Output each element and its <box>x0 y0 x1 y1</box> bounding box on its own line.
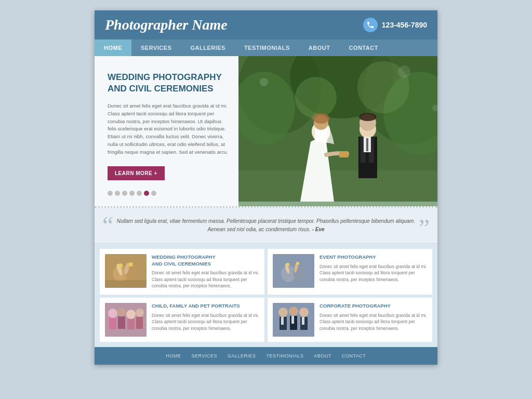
footer-nav-home[interactable]: HOME <box>166 353 181 358</box>
svg-rect-32 <box>105 280 147 288</box>
service-card-corporate: CORPORATE PHOTOGRAPHY Donec sit amet fel… <box>268 298 432 342</box>
service-title-corporate: CORPORATE PHOTOGRAPHY <box>320 303 427 309</box>
testimonial-section: “ Nullam sed ligula erat, vitae fermentu… <box>95 208 437 244</box>
slider-dots <box>108 191 228 196</box>
svg-point-54 <box>299 308 309 317</box>
svg-rect-21 <box>339 151 349 157</box>
wedding-photo <box>238 56 437 202</box>
footer-nav-contact[interactable]: CONTACT <box>342 353 366 358</box>
dot-4[interactable] <box>129 191 135 196</box>
service-info-event: EVENT PHOTOGRAPHY Donec sit amet felis e… <box>320 254 427 283</box>
svg-point-30 <box>118 263 123 268</box>
service-title-event: EVENT PHOTOGRAPHY <box>320 254 427 260</box>
service-desc-corporate: Donec sit amet felis eget erat faucibus … <box>320 312 427 332</box>
svg-point-41 <box>108 309 117 318</box>
nav-about[interactable]: ABOUT <box>299 39 340 56</box>
service-info-family: CHILD, FAMILY AND PET PORTRAITS Donec si… <box>152 303 259 332</box>
main-nav: HOME SERVICES GALLERIES TESTIMONIALS ABO… <box>95 39 437 56</box>
service-desc-family: Donec sit amet felis eget erat faucibus … <box>152 312 259 332</box>
svg-rect-44 <box>118 316 125 329</box>
svg-point-12 <box>313 113 329 124</box>
svg-rect-8 <box>238 170 437 202</box>
svg-point-22 <box>260 78 268 86</box>
service-title-wedding: WEDDING PHOTOGRAPHYAND CIVIL CEREMONIES <box>152 254 259 267</box>
dot-2[interactable] <box>115 191 120 196</box>
hero-section: WEDDING PHOTOGRAPHY AND CIVIL CEREMONIES… <box>95 56 437 208</box>
service-info-corporate: CORPORATE PHOTOGRAPHY Donec sit amet fel… <box>320 303 427 332</box>
svg-rect-46 <box>127 319 135 329</box>
service-thumb-corporate <box>273 303 314 337</box>
footer: HOME SERVICES GALLERIES TESTIMONIALS ABO… <box>95 347 437 365</box>
phone-icon <box>363 18 378 32</box>
svg-point-50 <box>278 308 288 317</box>
svg-rect-58 <box>302 317 304 325</box>
service-title-family: CHILD, FAMILY AND PET PORTRAITS <box>152 303 259 309</box>
footer-nav-testimonials[interactable]: TESTIMONIALS <box>267 353 304 358</box>
svg-rect-18 <box>366 138 368 151</box>
page-wrapper: Photographer Name 123-456-7890 HOME SERV… <box>95 10 437 365</box>
hero-image <box>238 56 437 206</box>
dot-5[interactable] <box>137 191 142 196</box>
dot-6[interactable] <box>144 191 149 196</box>
phone-area: 123-456-7890 <box>363 18 427 32</box>
svg-point-23 <box>398 65 410 78</box>
quote-left-icon: “ <box>102 213 113 238</box>
service-desc-wedding: Donec sit amet felis eget erat faucibus … <box>152 270 259 289</box>
dot-7[interactable] <box>151 191 156 196</box>
svg-point-6 <box>295 77 337 118</box>
svg-point-31 <box>129 262 133 267</box>
nav-home[interactable]: HOME <box>95 39 131 56</box>
phone-number: 123-456-7890 <box>382 21 427 29</box>
service-card-family: CHILD, FAMILY AND PET PORTRAITS Donec si… <box>100 298 264 342</box>
footer-nav-services[interactable]: SERVICES <box>192 353 217 358</box>
site-title: Photographer Name <box>105 17 228 33</box>
header: Photographer Name 123-456-7890 <box>95 10 437 39</box>
quote-right-icon: ” <box>419 216 430 241</box>
services-grid: WEDDING PHOTOGRAPHYAND CIVIL CEREMONIES … <box>95 244 437 347</box>
nav-galleries[interactable]: GALLERIES <box>181 39 234 56</box>
svg-rect-48 <box>136 317 143 329</box>
svg-point-20 <box>359 113 377 121</box>
nav-services[interactable]: SERVICES <box>131 39 181 56</box>
testimonial-text: Nullam sed ligula erat, vitae fermentum … <box>110 217 422 234</box>
svg-point-47 <box>136 309 144 317</box>
svg-point-52 <box>289 307 298 316</box>
svg-point-45 <box>126 310 136 319</box>
hero-body: Donec sit amet felis eget erat faucibus … <box>108 102 228 156</box>
svg-rect-56 <box>281 317 284 325</box>
nav-contact[interactable]: CONTACT <box>339 39 387 56</box>
hero-text-area: WEDDING PHOTOGRAPHY AND CIVIL CEREMONIES… <box>95 56 238 206</box>
svg-point-39 <box>296 262 299 265</box>
dot-1[interactable] <box>108 191 113 196</box>
svg-point-38 <box>286 263 289 266</box>
service-info-wedding: WEDDING PHOTOGRAPHYAND CIVIL CEREMONIES … <box>152 254 259 289</box>
service-thumb-wedding <box>105 254 147 288</box>
learn-more-button[interactable]: LEARN MORE + <box>108 166 165 180</box>
nav-testimonials[interactable]: TESTIMONIALS <box>235 39 299 56</box>
service-card-wedding: WEDDING PHOTOGRAPHYAND CIVIL CEREMONIES … <box>100 249 264 295</box>
service-desc-event: Donec sit amet felis eget erat faucibus … <box>320 263 427 283</box>
svg-point-43 <box>117 308 126 316</box>
footer-nav-galleries[interactable]: GALLERIES <box>228 353 256 358</box>
service-thumb-event <box>273 254 314 288</box>
svg-rect-42 <box>109 318 116 329</box>
service-card-event: EVENT PHOTOGRAPHY Donec sit amet felis e… <box>268 249 432 295</box>
hero-heading: WEDDING PHOTOGRAPHY AND CIVIL CEREMONIES <box>108 72 228 95</box>
svg-rect-57 <box>291 316 294 324</box>
testimonial-author: - Eve <box>312 227 325 232</box>
dot-3[interactable] <box>122 191 127 196</box>
service-thumb-family <box>105 303 147 337</box>
footer-nav-about[interactable]: ABOUT <box>314 353 332 358</box>
